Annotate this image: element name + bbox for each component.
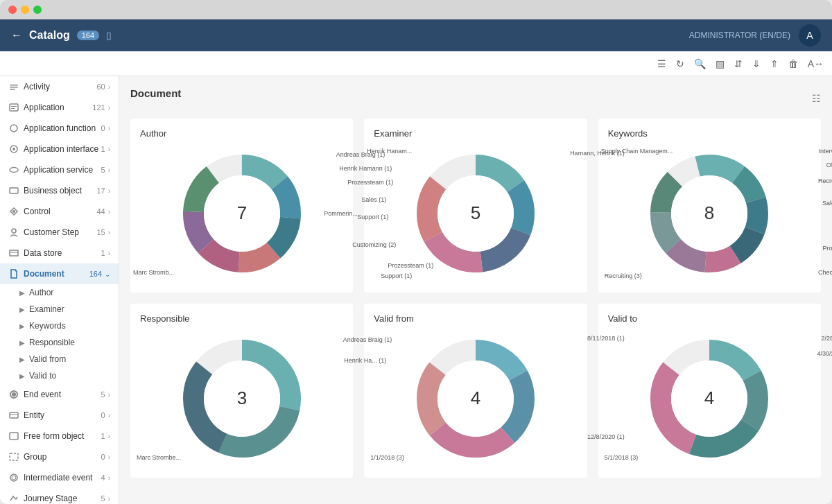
filter-icon[interactable]: ▧ [716, 58, 725, 69]
svg-rect-13 [10, 250, 18, 256]
keywords-label-2: Interview (1) [818, 148, 832, 155]
sidebar-item-group[interactable]: Group 0 › [0, 446, 119, 467]
journey-icon [8, 493, 19, 504]
svg-point-11 [12, 210, 15, 213]
valid-from-chart-card: Valid from 4 8/11/2018 (1) 1/1/2018 (3) … [364, 304, 587, 478]
svg-point-9 [10, 168, 18, 173]
catalog-count-badge: 164 [77, 31, 99, 40]
sidebar-item-customer[interactable]: Customer Step 15 › [0, 222, 119, 243]
app-service-count: 5 [101, 166, 105, 174]
refresh-icon[interactable]: ↻ [676, 58, 684, 69]
svg-text:3: 3 [236, 388, 246, 408]
customer-label: Customer Step [24, 227, 96, 237]
svg-text:7: 7 [236, 202, 246, 223]
sidebar-item-app-function[interactable]: Application function 0 › [0, 118, 119, 139]
valid-from-donut-chart: 4 [406, 329, 545, 468]
back-button[interactable]: ← [11, 29, 22, 42]
business-chevron: › [108, 187, 110, 195]
keywords-chart-container: 8 Supply Chain Managem... Interview (1) … [608, 144, 811, 283]
translate-icon[interactable]: A↔ [808, 58, 824, 69]
sub-arrow-valid-to: ▶ [19, 372, 25, 380]
keywords-label-1: Supply Chain Managem... [601, 148, 673, 155]
sidebar-item-end-event[interactable]: End event 5 › [0, 384, 119, 405]
sidebar-item-activity[interactable]: Activity 60 › [0, 76, 119, 97]
search-icon[interactable]: 🔍 [694, 58, 706, 69]
charts-row-1: Author [130, 119, 821, 293]
intermediate-label: Intermediate event [24, 473, 101, 483]
sidebar-sub-responsible[interactable]: ▶ Responsible [0, 334, 119, 351]
entity-chevron: › [108, 412, 110, 419]
user-avatar[interactable]: A [799, 24, 821, 46]
keywords-label-5: Sales (1) [822, 200, 832, 207]
delete-icon[interactable]: 🗑 [788, 58, 798, 69]
list-icon[interactable]: ☰ [657, 58, 666, 69]
sidebar-item-document[interactable]: Document 164 ⌄ [0, 263, 119, 284]
sidebar-sub-author[interactable]: ▶ Author [0, 284, 119, 301]
sidebar-item-application[interactable]: Application 121 › [0, 97, 119, 118]
document-count: 164 [89, 270, 102, 278]
sidebar-item-freeform[interactable]: Free form object 1 › [0, 426, 119, 446]
sort-asc-icon[interactable]: ⇵ [734, 58, 743, 69]
sidebar-item-app-interface[interactable]: Application interface 1 › [0, 139, 119, 159]
examiner-chart-title: Examiner [374, 128, 577, 139]
valid-from-chart-container: 4 8/11/2018 (1) 1/1/2018 (3) 12/8/2020 (… [374, 329, 577, 468]
svg-rect-19 [10, 433, 18, 440]
sidebar-sub-valid-to[interactable]: ▶ Valid to [0, 367, 119, 384]
function-icon [8, 123, 19, 134]
control-icon [8, 206, 19, 217]
download-icon[interactable]: ⇓ [752, 58, 761, 69]
user-label: ADMINISTRATOR (EN/DE) [689, 31, 790, 40]
responsible-chart-container: 3 Andreas Braig (1) Henrik Ha... (1) Mar… [140, 329, 343, 468]
interface-icon [8, 144, 19, 155]
datastore-label: Data store [24, 248, 101, 258]
copy-icon[interactable]: ▯ [106, 30, 112, 41]
app-service-chevron: › [108, 166, 110, 174]
sidebar-item-datastore[interactable]: Data store 1 › [0, 243, 119, 263]
main-layout: Activity 60 › Application 121 › Applicat… [0, 76, 832, 504]
responsible-chart-card: Responsible 3 Andreas Braig (1) Henrik H… [130, 304, 353, 478]
intermediate-count: 4 [101, 473, 105, 482]
sidebar-item-business[interactable]: Business object 17 › [0, 180, 119, 201]
sub-arrow-examiner: ▶ [19, 306, 25, 313]
customer-chevron: › [108, 229, 110, 236]
service-icon [8, 164, 19, 175]
customer-count: 15 [96, 228, 105, 236]
section-title: Document [130, 87, 181, 99]
activity-chevron: › [108, 83, 110, 91]
svg-rect-10 [10, 188, 18, 193]
svg-rect-17 [10, 412, 18, 418]
close-dot[interactable] [8, 6, 17, 14]
sidebar-sub-valid-from[interactable]: ▶ Valid from [0, 351, 119, 367]
svg-text:5: 5 [471, 202, 480, 223]
valid-from-label-2: 1/1/2018 (3) [370, 454, 404, 461]
sidebar-sub-keywords[interactable]: ▶ Keywords [0, 318, 119, 334]
document-chevron: ⌄ [105, 270, 110, 278]
svg-rect-3 [10, 104, 18, 111]
datastore-count: 1 [101, 249, 105, 257]
chart-toggle-icon[interactable]: ☷ [812, 93, 821, 104]
application-label: Application [24, 103, 92, 112]
svg-rect-2 [10, 89, 15, 90]
maximize-dot[interactable] [33, 6, 42, 14]
app-interface-chevron: › [108, 146, 110, 153]
valid-from-chart-title: Valid from [374, 313, 577, 324]
sidebar-item-journey[interactable]: Journey Stage 5 › [0, 488, 119, 504]
minimize-dot[interactable] [21, 6, 29, 14]
sidebar-item-intermediate[interactable]: Intermediate event 4 › [0, 467, 119, 488]
sub-arrow-keywords: ▶ [19, 322, 25, 330]
window-chrome [0, 0, 832, 19]
sub-label-keywords: Keywords [29, 321, 66, 331]
upload-icon[interactable]: ⇑ [770, 58, 779, 69]
group-label: Group [24, 452, 101, 462]
sidebar-item-entity[interactable]: Entity 0 › [0, 405, 119, 426]
svg-text:4: 4 [704, 388, 714, 408]
entity-label: Entity [24, 410, 101, 420]
sidebar-item-app-service[interactable]: Application service 5 › [0, 159, 119, 180]
sidebar-item-control[interactable]: Control 44 › [0, 201, 119, 222]
valid-to-donut-chart: 4 [640, 329, 779, 468]
sub-arrow-author: ▶ [19, 289, 25, 297]
intermediate-icon [8, 472, 19, 483]
sub-arrow-valid-from: ▶ [19, 356, 25, 363]
sidebar-sub-examiner[interactable]: ▶ Examiner [0, 301, 119, 318]
application-count: 121 [92, 103, 105, 112]
